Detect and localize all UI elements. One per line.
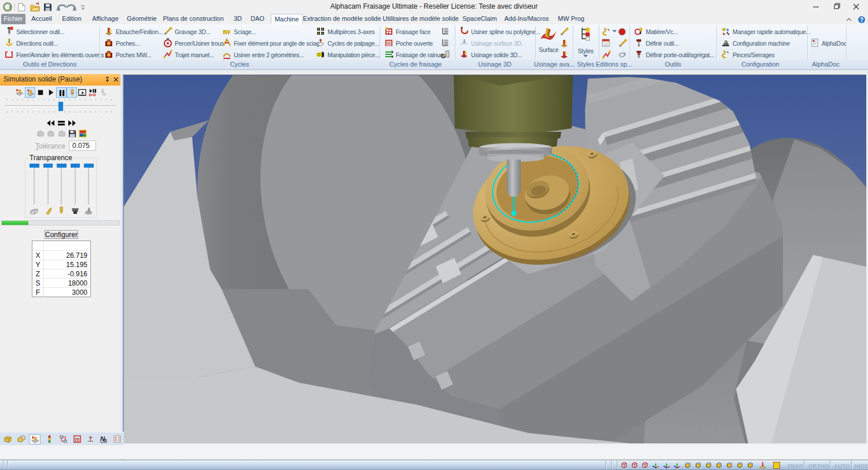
svg-text:?: ? [860,17,863,23]
